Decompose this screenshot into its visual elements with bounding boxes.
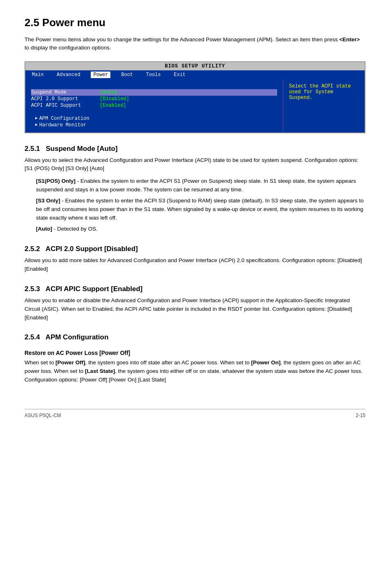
arrow-icon: ► xyxy=(35,116,38,121)
bios-label-acpi20: ACPI 2.0 Support xyxy=(31,96,96,102)
bios-submenu-hwmonitor[interactable]: ► Hardware Monitor xyxy=(31,122,277,128)
bios-label-acpi-apic: ACPI APIC Support xyxy=(31,103,96,108)
bios-label-suspend-mode: Suspend Mode xyxy=(31,90,96,95)
bios-menu-advanced[interactable]: Advanced xyxy=(54,72,83,78)
section-251-body: Allows you to select the Advanced Config… xyxy=(25,156,365,173)
restore-body: When set to [Power Off], the system goes… xyxy=(25,359,365,384)
bios-item-suspend-mode[interactable]: Suspend Mode [Auto] xyxy=(31,89,277,96)
bios-submenu-apm-label: APM Configuration xyxy=(39,116,89,121)
bios-value-acpi20: [Disabled] xyxy=(100,96,129,102)
section-heading-251: 2.5.1 Suspend Mode [Auto] xyxy=(25,145,365,153)
bios-submenu-hwmonitor-label: Hardware Monitor xyxy=(39,122,86,128)
section-253-body: Allows you to enable or disable the Adva… xyxy=(25,296,365,322)
page-title: 2.5 Power menu xyxy=(25,16,365,29)
bios-left-panel: Suspend Mode [Auto] ACPI 2.0 Support [Di… xyxy=(25,79,283,132)
footer: ASUS P5QL-CM 2-15 xyxy=(25,409,365,418)
bios-right-panel: Select the ACPI state used for System Su… xyxy=(283,79,365,132)
bios-submenu-apm[interactable]: ► APM Configuration xyxy=(31,115,277,122)
bios-screenshot: BIOS SETUP UTILITY Main Advanced Power B… xyxy=(25,61,365,133)
section-252-body: Allows you to add more tables for Advanc… xyxy=(25,256,365,274)
s3-desc: [S3 Only] - Enables the system to enter … xyxy=(36,197,365,222)
s1pos-desc: [S1(POS) Only] - Enables the system to e… xyxy=(36,177,365,194)
section-heading-253: 2.5.3 ACPI APIC Support [Enabled] xyxy=(25,285,365,293)
bios-content: Suspend Mode [Auto] ACPI 2.0 Support [Di… xyxy=(25,79,365,132)
section-heading-254: 2.5.4 APM Configuration xyxy=(25,333,365,341)
footer-left: ASUS P5QL-CM xyxy=(25,413,61,418)
bios-item-acpi20[interactable]: ACPI 2.0 Support [Disabled] xyxy=(31,96,277,102)
bios-help-text: Select the ACPI state used for System Su… xyxy=(289,83,351,101)
bios-menu-main[interactable]: Main xyxy=(29,72,46,78)
bios-menu-exit[interactable]: Exit xyxy=(171,72,188,78)
bios-header: BIOS SETUP UTILITY xyxy=(25,62,365,70)
arrow-icon-2: ► xyxy=(35,123,38,127)
bios-item-acpi-apic[interactable]: ACPI APIC Support [Enabled] xyxy=(31,102,277,109)
bios-menu-boot[interactable]: Boot xyxy=(119,72,135,78)
bios-value-suspend-mode: [Auto] xyxy=(100,90,117,95)
section-251-indented: [S1(POS) Only] - Enables the system to e… xyxy=(36,177,365,233)
intro-paragraph: The Power menu items allow you to change… xyxy=(25,36,365,52)
auto-desc: [Auto] - Detected by OS. xyxy=(36,225,365,233)
sub-heading-restore: Restore on AC Power Loss [Power Off] xyxy=(25,350,365,356)
section-heading-252: 2.5.2 ACPI 2.0 Support [Disabled] xyxy=(25,245,365,253)
bios-menu-tools[interactable]: Tools xyxy=(143,72,163,78)
bios-menu-power[interactable]: Power xyxy=(91,72,110,78)
bios-menubar: Main Advanced Power Boot Tools Exit xyxy=(25,70,365,79)
bios-value-acpi-apic: [Enabled] xyxy=(100,103,126,108)
footer-right: 2-15 xyxy=(356,413,365,418)
